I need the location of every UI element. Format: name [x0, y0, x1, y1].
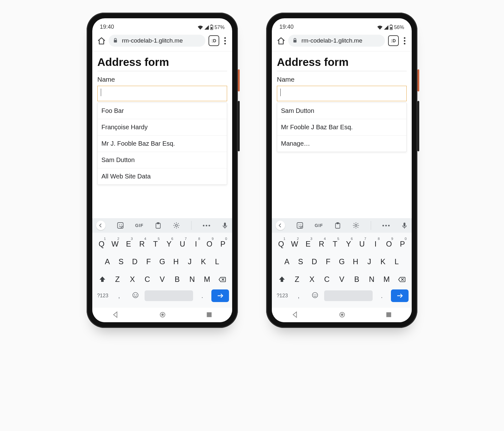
autofill-suggestion[interactable]: Foo Bar — [98, 103, 227, 119]
autofill-suggestion[interactable]: Mr J. Fooble Baz Bar Esq. — [98, 135, 227, 152]
emoji-key[interactable] — [308, 292, 322, 300]
symbols-key[interactable]: ?123 — [275, 293, 289, 299]
key-M[interactable]: M — [200, 272, 215, 286]
home-icon[interactable] — [276, 36, 285, 45]
key-B[interactable]: B — [170, 272, 185, 286]
key-J[interactable]: J — [183, 255, 197, 269]
autofill-suggestion[interactable]: Sam Dutton — [98, 152, 227, 168]
reader-mode-icon[interactable]: :D — [388, 35, 399, 46]
autofill-suggestion[interactable]: Sam Dutton — [277, 103, 406, 119]
key-Y[interactable]: Y6 — [162, 237, 176, 251]
key-N[interactable]: N — [185, 272, 199, 286]
symbols-key[interactable]: ?123 — [95, 293, 110, 299]
nav-back-icon[interactable] — [291, 311, 299, 319]
mic-icon[interactable] — [401, 222, 408, 229]
key-X[interactable]: X — [304, 272, 319, 286]
shift-key[interactable] — [274, 276, 289, 283]
key-Y[interactable]: Y6 — [342, 237, 355, 251]
key-X[interactable]: X — [125, 272, 140, 286]
address-bar[interactable]: rm-codelab-1.glitch.me — [109, 35, 205, 47]
nav-recent-icon[interactable] — [205, 311, 213, 319]
autofill-suggestion[interactable]: Françoise Hardy — [98, 119, 227, 135]
key-T[interactable]: T5 — [149, 237, 162, 251]
autofill-suggestion[interactable]: Mr Fooble J Baz Bar Esq. — [277, 119, 406, 135]
key-Z[interactable]: Z — [289, 272, 304, 286]
nav-home-icon[interactable] — [338, 311, 346, 319]
key-L[interactable]: L — [210, 255, 224, 269]
key-F[interactable]: F — [321, 255, 335, 269]
reader-mode-icon[interactable]: :D — [209, 35, 219, 46]
gif-button[interactable]: GIF — [315, 223, 323, 228]
shift-key[interactable] — [95, 276, 110, 283]
key-Q[interactable]: Q1 — [95, 237, 108, 251]
key-G[interactable]: G — [335, 255, 349, 269]
nav-back-icon[interactable] — [112, 311, 119, 319]
key-P[interactable]: P0 — [396, 237, 409, 251]
backspace-key[interactable] — [215, 276, 230, 283]
key-D[interactable]: D — [128, 255, 142, 269]
key-M[interactable]: M — [379, 272, 394, 286]
key-H[interactable]: H — [349, 255, 363, 269]
kb-collapse-icon[interactable] — [276, 221, 285, 230]
settings-gear-icon[interactable] — [173, 222, 180, 229]
key-H[interactable]: H — [169, 255, 183, 269]
gif-button[interactable]: GIF — [135, 223, 143, 228]
address-bar[interactable]: rm-codelab-1.glitch.me — [288, 35, 385, 47]
home-icon[interactable] — [97, 36, 106, 45]
comma-key[interactable]: , — [112, 292, 126, 300]
key-J[interactable]: J — [362, 255, 376, 269]
nav-home-icon[interactable] — [158, 311, 166, 319]
key-G[interactable]: G — [155, 255, 169, 269]
spacebar-key[interactable] — [145, 290, 193, 301]
key-U[interactable]: U7 — [355, 237, 369, 251]
kb-collapse-icon[interactable] — [96, 221, 106, 230]
key-P[interactable]: P0 — [216, 237, 230, 251]
key-A[interactable]: A — [280, 255, 294, 269]
key-L[interactable]: L — [390, 255, 404, 269]
sticker-icon[interactable] — [296, 222, 303, 229]
key-V[interactable]: V — [334, 272, 349, 286]
key-R[interactable]: R4 — [135, 237, 149, 251]
mic-icon[interactable] — [221, 222, 228, 229]
backspace-key[interactable] — [394, 276, 409, 283]
key-W[interactable]: W2 — [108, 237, 122, 251]
key-R[interactable]: R4 — [315, 237, 328, 251]
enter-key[interactable] — [391, 289, 409, 302]
key-N[interactable]: N — [364, 272, 379, 286]
key-T[interactable]: T5 — [328, 237, 342, 251]
comma-key[interactable]: , — [291, 292, 306, 300]
key-B[interactable]: B — [349, 272, 364, 286]
key-E[interactable]: E3 — [122, 237, 135, 251]
key-Q[interactable]: Q1 — [274, 237, 288, 251]
key-K[interactable]: K — [197, 255, 210, 269]
key-U[interactable]: U7 — [176, 237, 189, 251]
more-icon[interactable] — [382, 225, 390, 226]
key-C[interactable]: C — [319, 272, 334, 286]
nav-recent-icon[interactable] — [385, 311, 392, 319]
name-input[interactable] — [277, 86, 407, 101]
key-A[interactable]: A — [100, 255, 114, 269]
key-W[interactable]: W2 — [288, 237, 301, 251]
clipboard-icon[interactable] — [334, 222, 341, 229]
key-O[interactable]: O9 — [203, 237, 216, 251]
period-key[interactable]: . — [195, 292, 209, 300]
key-I[interactable]: I8 — [369, 237, 382, 251]
period-key[interactable]: . — [375, 292, 389, 300]
key-S[interactable]: S — [294, 255, 308, 269]
key-E[interactable]: E3 — [301, 237, 315, 251]
enter-key[interactable] — [211, 289, 229, 302]
emoji-key[interactable] — [128, 292, 143, 300]
key-O[interactable]: O9 — [382, 237, 396, 251]
autofill-suggestion[interactable]: Manage… — [277, 135, 406, 152]
menu-kebab-icon[interactable] — [222, 37, 228, 44]
more-icon[interactable] — [203, 225, 210, 226]
sticker-icon[interactable] — [117, 222, 124, 229]
key-K[interactable]: K — [376, 255, 390, 269]
key-D[interactable]: D — [307, 255, 321, 269]
menu-kebab-icon[interactable] — [402, 37, 407, 44]
name-input[interactable] — [97, 86, 227, 101]
autofill-suggestion[interactable]: All Web Site Data — [98, 168, 227, 184]
key-Z[interactable]: Z — [110, 272, 125, 286]
key-F[interactable]: F — [142, 255, 156, 269]
key-I[interactable]: I8 — [189, 237, 203, 251]
